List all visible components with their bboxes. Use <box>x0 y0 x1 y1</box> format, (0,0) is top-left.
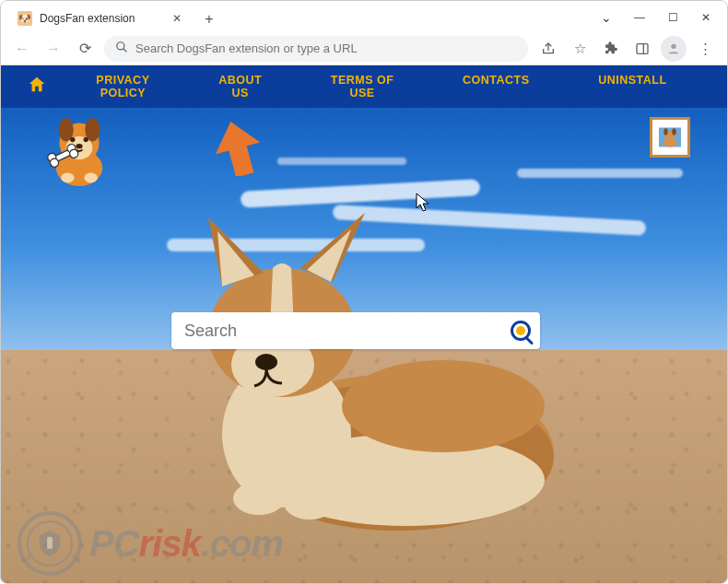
svg-point-24 <box>663 139 677 147</box>
window-minimize-button[interactable]: — <box>624 6 655 29</box>
forward-button[interactable]: → <box>41 37 65 61</box>
new-tab-button[interactable]: + <box>196 6 222 32</box>
toolbar-right: ☆ ⋮ <box>535 36 718 62</box>
nav-contacts[interactable]: CONTACTS <box>463 74 530 100</box>
svg-point-19 <box>84 173 97 183</box>
nav-terms-of-use[interactable]: TERMS OF USE <box>331 74 394 100</box>
bookmark-icon[interactable]: ☆ <box>567 36 593 62</box>
svg-rect-2 <box>637 43 648 53</box>
svg-point-29 <box>233 482 285 515</box>
window-controls: ⌄ — ☐ ✕ <box>591 6 722 29</box>
svg-point-12 <box>76 144 82 148</box>
magnifier-icon <box>511 321 531 341</box>
address-input[interactable] <box>135 41 517 55</box>
picture-frame-icon[interactable] <box>650 117 690 158</box>
svg-point-4 <box>671 43 675 48</box>
svg-point-36 <box>342 360 545 452</box>
svg-point-22 <box>663 128 668 135</box>
menu-icon[interactable]: ⋮ <box>692 36 718 62</box>
nav-uninstall[interactable]: UNINSTALL <box>598 74 666 100</box>
search-icon <box>115 41 128 56</box>
sidepanel-icon[interactable] <box>629 36 655 62</box>
cloud-decoration <box>277 158 406 165</box>
page-search-button[interactable] <box>507 317 534 345</box>
cloud-decoration <box>517 169 683 178</box>
svg-line-1 <box>123 49 127 53</box>
page-search-input[interactable] <box>184 321 507 341</box>
nav-about-us[interactable]: ABOUT US <box>218 74 262 100</box>
share-icon[interactable] <box>535 36 561 62</box>
browser-window: 🐶 DogsFan extension ✕ + ⌄ — ☐ ✕ ← → ⟳ ☆ <box>0 0 728 584</box>
extensions-icon[interactable] <box>598 36 624 62</box>
browser-tab[interactable]: 🐶 DogsFan extension ✕ <box>8 5 193 32</box>
watermark: PCrisk.com <box>18 511 283 576</box>
tab-close-icon[interactable]: ✕ <box>170 12 183 25</box>
svg-point-23 <box>672 128 676 135</box>
home-icon[interactable] <box>27 75 53 99</box>
browser-toolbar: ← → ⟳ ☆ ⋮ <box>1 32 727 65</box>
svg-point-0 <box>117 42 124 50</box>
site-navbar: PRIVACY POLICY ABOUT US TERMS OF USE CON… <box>1 65 727 108</box>
watermark-badge-icon <box>18 511 82 576</box>
svg-point-10 <box>70 137 75 142</box>
window-maximize-button[interactable]: ☐ <box>657 6 688 29</box>
profile-avatar-icon[interactable] <box>661 36 687 62</box>
window-close-button[interactable]: ✕ <box>690 6 722 29</box>
tab-title: DogsFan extension <box>40 12 163 25</box>
svg-point-35 <box>255 354 277 370</box>
page-search-bar[interactable] <box>171 312 540 349</box>
watermark-text: PCrisk.com <box>89 523 283 565</box>
svg-point-30 <box>284 486 335 520</box>
titlebar: 🐶 DogsFan extension ✕ + ⌄ — ☐ ✕ <box>1 1 727 32</box>
nav-menu: PRIVACY POLICY ABOUT US TERMS OF USE CON… <box>62 74 701 100</box>
corgi-image <box>167 204 563 539</box>
omnibox[interactable] <box>104 36 528 62</box>
back-button[interactable]: ← <box>10 37 34 61</box>
svg-point-38 <box>47 537 53 543</box>
dog-logo-icon <box>38 111 121 198</box>
svg-point-18 <box>61 173 74 183</box>
page-content: PRIVACY POLICY ABOUT US TERMS OF USE CON… <box>1 65 727 583</box>
svg-point-11 <box>84 137 88 142</box>
reload-button[interactable]: ⟳ <box>73 37 97 61</box>
svg-rect-37 <box>47 541 53 549</box>
tab-favicon-icon: 🐶 <box>18 11 32 26</box>
tab-dropdown-icon[interactable]: ⌄ <box>591 6 622 29</box>
nav-privacy-policy[interactable]: PRIVACY POLICY <box>96 74 149 100</box>
